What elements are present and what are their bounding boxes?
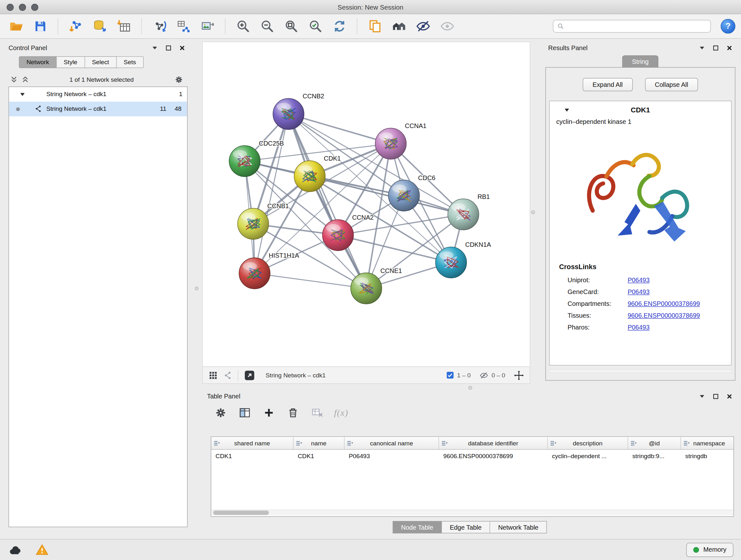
show-graphics-details-button[interactable]: [436, 16, 457, 37]
open-in-window-icon[interactable]: [244, 369, 255, 381]
panel-float-icon[interactable]: [713, 393, 719, 399]
memory-button[interactable]: Memory: [686, 543, 734, 557]
panel-menu-icon[interactable]: [699, 45, 705, 51]
vertical-splitter-handle[interactable]: [195, 287, 199, 290]
table-row[interactable]: CDK1CDK1P064939606.ENSP00000378699cyclin…: [211, 449, 733, 462]
network-edge-HIST1H1A-CCNE1[interactable]: [255, 273, 366, 288]
network-node-CDK1[interactable]: [294, 161, 325, 192]
network-from-table-button[interactable]: [173, 16, 194, 37]
window-zoom-button[interactable]: [31, 3, 38, 10]
network-canvas[interactable]: CCNB2CCNA1CDC25BCDK1CDC6RB1CCNB1CCNA2CDK…: [203, 42, 530, 367]
tree-expand-icon[interactable]: [19, 91, 25, 97]
panel-menu-icon[interactable]: [151, 45, 158, 51]
column-sort-icon: [683, 440, 689, 446]
tab-style[interactable]: Style: [57, 56, 85, 68]
column-header-shared-name[interactable]: shared name: [211, 437, 293, 449]
table-hscrollbar-thumb[interactable]: [213, 510, 269, 515]
network-collection-row[interactable]: String Network – cdk1 1: [9, 87, 187, 102]
panel-close-icon[interactable]: [179, 45, 185, 51]
delete-table-button[interactable]: [309, 405, 325, 421]
node-gloss: [440, 251, 454, 259]
import-table-button[interactable]: [113, 16, 134, 37]
panel-close-icon[interactable]: [726, 393, 732, 399]
string-share-icon-disabled[interactable]: [223, 371, 232, 380]
tab-network-table[interactable]: Network Table: [490, 521, 547, 534]
tab-sets[interactable]: Sets: [117, 56, 143, 68]
tab-select[interactable]: Select: [85, 56, 117, 68]
column-header-name[interactable]: name: [293, 437, 345, 449]
search-input[interactable]: [567, 23, 706, 30]
network-options-gear-icon[interactable]: [174, 75, 183, 84]
results-tab-string[interactable]: String: [622, 55, 658, 68]
selected-nodes-checkbox-icon[interactable]: [446, 371, 454, 379]
network-node-CCNA2[interactable]: [322, 220, 353, 251]
crosslink-value-link[interactable]: 9606.ENSP00000378699: [628, 300, 700, 307]
network-node-CCNA1[interactable]: [375, 128, 406, 159]
zoom-in-button[interactable]: [232, 16, 253, 37]
network-from-selection-button[interactable]: [149, 16, 170, 37]
import-network-file-button[interactable]: [65, 16, 86, 37]
horizontal-splitter-handle[interactable]: [468, 386, 472, 389]
tab-edge-table[interactable]: Edge Table: [442, 521, 490, 534]
network-edge-CDK1-RB1[interactable]: [310, 176, 463, 214]
export-image-button[interactable]: [197, 16, 218, 37]
show-columns-button[interactable]: [237, 405, 253, 421]
houses-button[interactable]: [388, 16, 409, 37]
network-edge-CCNB2-CCNE1[interactable]: [288, 114, 366, 288]
zoom-fit-button[interactable]: [281, 16, 301, 37]
zoom-out-button[interactable]: [257, 16, 277, 37]
copy-documents-button[interactable]: [364, 16, 385, 37]
pan-crosshair-icon[interactable]: [514, 370, 524, 381]
collapse-entry-icon[interactable]: [564, 107, 570, 112]
network-row-selected[interactable]: String Network – cdk1 11 48: [9, 102, 187, 116]
crosslink-value-link[interactable]: 9606.ENSP00000378699: [628, 312, 700, 319]
panel-float-icon[interactable]: [165, 45, 172, 51]
tab-node-table[interactable]: Node Table: [393, 521, 442, 534]
results-content: Expand All Collapse All CDK1 cyclin–depe…: [545, 67, 735, 381]
column-header--id[interactable]: @id: [628, 437, 681, 449]
hidden-eye-slash-icon[interactable]: [479, 371, 489, 380]
expand-all-icon[interactable]: [22, 75, 29, 83]
network-node-CCNB1[interactable]: [238, 208, 269, 239]
cloud-status-button[interactable]: [8, 542, 23, 557]
table-options-button[interactable]: [212, 405, 228, 421]
network-node-CDC25B[interactable]: [229, 145, 260, 177]
expand-all-button[interactable]: Expand All: [583, 78, 633, 91]
crosslink-value-link[interactable]: P06493: [628, 324, 650, 331]
warnings-button[interactable]: [34, 542, 50, 557]
function-builder-button[interactable]: f(x): [333, 405, 349, 421]
collapse-all-button[interactable]: Collapse All: [645, 78, 698, 91]
network-edge-CCNB2-HIST1H1A[interactable]: [255, 114, 288, 273]
column-header-database-identifier[interactable]: database identifier: [439, 437, 548, 449]
panel-float-icon[interactable]: [713, 45, 719, 51]
results-scrollbar-track[interactable]: [549, 369, 732, 373]
table-tool-bar: f(x): [202, 403, 737, 422]
network-node-CCNB2[interactable]: [273, 98, 304, 129]
vertical-splitter-handle[interactable]: [531, 210, 535, 214]
window-minimize-button[interactable]: [19, 3, 26, 10]
column-header-namespace[interactable]: namespace: [681, 437, 734, 449]
tab-network[interactable]: Network: [19, 56, 57, 68]
crosslink-value-link[interactable]: P06493: [628, 276, 650, 284]
apply-layout-button[interactable]: [329, 16, 350, 37]
collapse-all-icon[interactable]: [10, 75, 17, 83]
birds-eye-grid-icon[interactable]: [208, 370, 218, 380]
memory-label: Memory: [703, 546, 726, 553]
table-hscrollbar-track[interactable]: [212, 509, 733, 515]
column-header-description[interactable]: description: [548, 437, 628, 449]
column-header-canonical-name[interactable]: canonical name: [345, 437, 439, 449]
create-column-button[interactable]: [261, 405, 277, 421]
panel-menu-icon[interactable]: [699, 393, 705, 399]
network-node-CDC6[interactable]: [388, 180, 419, 211]
help-button[interactable]: ?: [721, 19, 735, 34]
import-network-database-button[interactable]: [89, 16, 110, 37]
save-session-button[interactable]: [30, 16, 51, 37]
panel-close-icon[interactable]: [726, 45, 732, 51]
network-edge-CCNB2-CCNA1[interactable]: [288, 114, 391, 144]
window-close-button[interactable]: [7, 3, 14, 10]
hide-graphics-details-button[interactable]: [413, 16, 433, 37]
crosslink-value-link[interactable]: P06493: [628, 288, 650, 295]
open-session-button[interactable]: [6, 16, 26, 37]
delete-column-button[interactable]: [285, 405, 301, 421]
zoom-selected-button[interactable]: [305, 16, 326, 37]
